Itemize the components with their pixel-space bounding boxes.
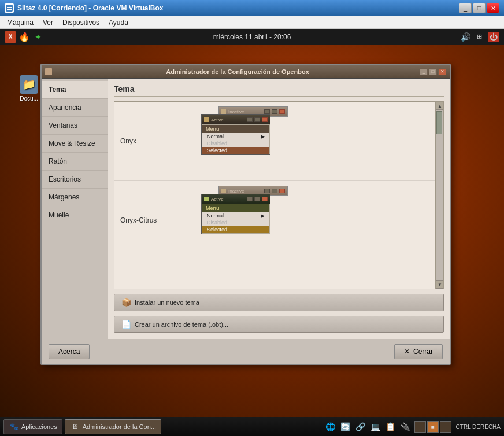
close-label: Cerrar bbox=[413, 348, 433, 356]
install-theme-icon: 📦 bbox=[121, 298, 131, 307]
theme-item-onyx-citrus[interactable]: Onyx-Citrus Inactive bbox=[114, 181, 435, 260]
admin-icon: 🖥 bbox=[70, 422, 80, 432]
ob-sidebar: Tema Apariencia Ventanas Move & Resize R… bbox=[42, 79, 108, 339]
taskbar-plugin-icon[interactable]: 🔌 bbox=[399, 420, 412, 433]
close-button[interactable]: ✕ Cerrar bbox=[394, 344, 443, 359]
vm-desktop-area: X 🔥 ✦ miércoles 11 abril - 20:06 🔊 ⊞ ⏻ 📁… bbox=[0, 29, 504, 436]
close-icon: ✕ bbox=[404, 348, 410, 356]
scroll-arrow-down[interactable]: ▼ bbox=[436, 280, 444, 289]
taskbar-globe-icon[interactable]: 🌐 bbox=[324, 420, 337, 433]
preview-inactive-min-citrus bbox=[264, 189, 270, 193]
vm-datetime: miércoles 11 abril - 20:06 bbox=[44, 33, 460, 41]
vbox-minimize-button[interactable]: _ bbox=[459, 3, 472, 13]
taskbar-icon-2[interactable]: 🔥 bbox=[18, 31, 30, 43]
taskbar-icon-3[interactable]: ✦ bbox=[32, 31, 44, 43]
preview-active-label-citrus: Active bbox=[211, 197, 245, 202]
preview-inactive-icon-onyx bbox=[221, 109, 226, 114]
theme-name-onyx: Onyx bbox=[120, 137, 190, 145]
install-theme-label: Instalar un nuevo tema bbox=[135, 299, 199, 306]
ob-close-button[interactable]: ✕ bbox=[438, 68, 446, 75]
ob-section-title: Tema bbox=[114, 84, 444, 97]
preview-active-close-onyx bbox=[262, 117, 268, 122]
preview-active-label-onyx: Active bbox=[211, 117, 245, 123]
ob-dialog-content: Tema Apariencia Ventanas Move & Resize R… bbox=[42, 79, 450, 339]
create-theme-label: Crear un archivo de tema (.obt)... bbox=[135, 321, 228, 328]
taskbar-clipboard-icon[interactable]: 📋 bbox=[384, 420, 397, 433]
create-theme-button[interactable]: 📄 Crear un archivo de tema (.obt)... bbox=[114, 316, 444, 333]
preview-menu-disabled-citrus: Disabled bbox=[202, 219, 269, 226]
sys-btn-1[interactable] bbox=[414, 421, 426, 433]
aplicaciones-label: Aplicaciones bbox=[21, 423, 57, 430]
sidebar-item-move-resize[interactable]: Move & Resize bbox=[42, 135, 108, 153]
vm-top-taskbar: X 🔥 ✦ miércoles 11 abril - 20:06 🔊 ⊞ ⏻ bbox=[0, 29, 504, 45]
taskbar-aplicaciones-btn[interactable]: 🐾 Aplicaciones bbox=[3, 419, 62, 434]
taskbar-right-icons: 🔊 ⊞ ⏻ bbox=[460, 32, 499, 42]
volume-icon[interactable]: 🔊 bbox=[460, 32, 470, 42]
preview-inactive-label-onyx: Inactive bbox=[228, 109, 262, 114]
preview-menu-disabled-onyx: Disabled bbox=[202, 140, 269, 147]
preview-inactive-label-citrus: Inactive bbox=[228, 189, 262, 194]
taskbar-link-icon[interactable]: 🔗 bbox=[354, 420, 367, 433]
vbox-menu-dispositivos[interactable]: Dispositivos bbox=[58, 17, 104, 28]
preview-active-onyx: Active Menu Normal bbox=[201, 114, 270, 155]
preview-active-titlebar-onyx: Active bbox=[202, 115, 270, 124]
sidebar-item-ventanas[interactable]: Ventanas bbox=[42, 117, 108, 135]
sidebar-item-muelle[interactable]: Muelle bbox=[42, 206, 108, 224]
bottom-taskbar: 🐾 Aplicaciones 🖥 Administrador de la Con… bbox=[0, 417, 504, 436]
vbox-close-button[interactable]: ✕ bbox=[487, 3, 499, 13]
preview-menu-selected-citrus: Selected bbox=[202, 226, 269, 233]
theme-list-container: Onyx Inactive bbox=[114, 101, 444, 289]
ob-titlebar: Administrador de la Configuración de Ope… bbox=[42, 65, 450, 79]
scroll-arrow-up[interactable]: ▲ bbox=[436, 102, 444, 110]
preview-menu-selected-onyx: Selected bbox=[202, 147, 269, 154]
vbox-menu-maquina[interactable]: Máquina bbox=[2, 17, 38, 28]
vbox-maximize-button[interactable]: □ bbox=[473, 3, 486, 13]
ob-maximize-button[interactable]: □ bbox=[429, 68, 437, 75]
sidebar-item-tema[interactable]: Tema bbox=[42, 81, 108, 99]
theme-list-scrollbar[interactable]: ▲ ▼ bbox=[435, 102, 443, 289]
desktop-icon-label-1: Docu... bbox=[20, 95, 38, 102]
taskbar-icon-1[interactable]: X bbox=[5, 31, 16, 43]
ob-action-buttons: 📦 Instalar un nuevo tema bbox=[114, 294, 444, 311]
vbox-menu-ayuda[interactable]: Ayuda bbox=[104, 17, 133, 28]
preview-menu-onyx: Menu Normal ▶ Disabled bbox=[202, 124, 270, 154]
preview-active-min-citrus bbox=[247, 197, 253, 201]
sidebar-item-margenes[interactable]: Márgenes bbox=[42, 189, 108, 206]
sidebar-item-raton[interactable]: Ratón bbox=[42, 153, 108, 171]
sidebar-item-apariencia[interactable]: Apariencia bbox=[42, 99, 108, 117]
preview-active-min-onyx bbox=[247, 117, 253, 122]
desktop-icon-img-1: 📁 bbox=[20, 75, 38, 94]
svg-rect-1 bbox=[7, 7, 12, 8]
admin-label: Administrador de la Con... bbox=[83, 423, 156, 430]
taskbar-right-area: 🌐 🔄 🔗 💻 📋 🔌 ■ CTRL DERECHA bbox=[324, 420, 501, 433]
preview-inactive-icon-citrus bbox=[221, 189, 226, 193]
virtualbox-window: Slitaz 4.0 [Corriendo] - Oracle VM Virtu… bbox=[0, 0, 504, 436]
preview-inactive-max-onyx bbox=[272, 109, 277, 114]
ob-minimize-button[interactable]: _ bbox=[420, 68, 428, 75]
ob-main-panel: Tema Onyx bbox=[108, 79, 450, 339]
scroll-thumb[interactable] bbox=[436, 111, 442, 134]
power-icon[interactable]: ⏻ bbox=[488, 32, 499, 42]
sys-btn-2[interactable]: ■ bbox=[427, 421, 439, 433]
taskbar-sys-buttons: ■ bbox=[414, 421, 451, 433]
taskbar-admin-btn[interactable]: 🖥 Administrador de la Con... bbox=[65, 419, 161, 434]
vbox-app-icon bbox=[5, 3, 14, 13]
taskbar-left-icons: X 🔥 ✦ bbox=[5, 31, 44, 43]
taskbar-refresh-icon[interactable]: 🔄 bbox=[339, 420, 352, 433]
preview-inactive-close-onyx bbox=[279, 109, 285, 114]
preview-active-close-citrus bbox=[262, 197, 268, 201]
preview-menu-header-onyx: Menu bbox=[202, 125, 269, 133]
ob-dialog-title: Administrador de la Configuración de Ope… bbox=[55, 68, 420, 75]
theme-name-onyx-citrus: Onyx-Citrus bbox=[120, 216, 190, 224]
install-theme-button[interactable]: 📦 Instalar un nuevo tema bbox=[114, 294, 444, 311]
theme-item-onyx[interactable]: Onyx Inactive bbox=[114, 102, 435, 181]
network-icon[interactable]: ⊞ bbox=[474, 32, 484, 42]
taskbar-screen-icon[interactable]: 💻 bbox=[369, 420, 382, 433]
preview-inactive-min-onyx bbox=[264, 109, 270, 114]
about-button[interactable]: Acerca bbox=[49, 344, 90, 359]
vbox-menu-ver[interactable]: Ver bbox=[38, 17, 58, 28]
vbox-window-buttons: _ □ ✕ bbox=[459, 3, 499, 13]
sys-btn-3[interactable] bbox=[440, 421, 451, 433]
sidebar-item-escritorios[interactable]: Escritorios bbox=[42, 171, 108, 189]
preview-active-max-citrus bbox=[254, 197, 260, 201]
